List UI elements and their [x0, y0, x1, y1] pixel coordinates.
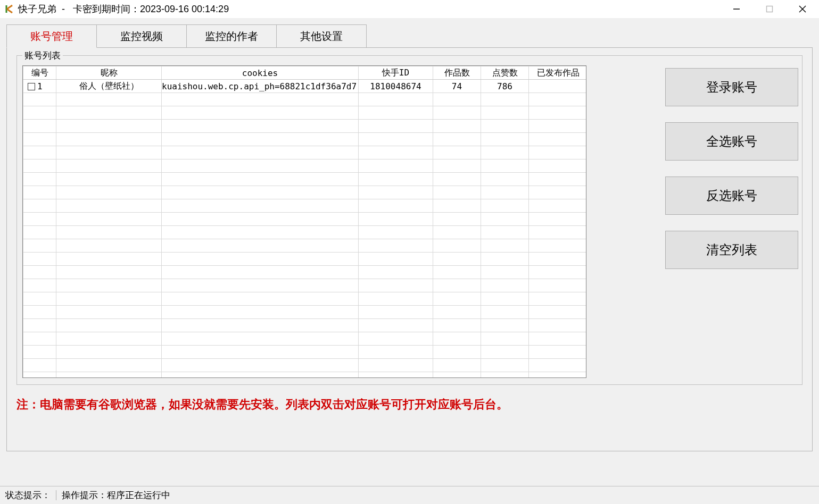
table-row[interactable]: [23, 93, 587, 106]
minimize-button[interactable]: [720, 0, 753, 18]
close-button[interactable]: [786, 0, 819, 18]
table-row[interactable]: [23, 292, 587, 306]
col-published[interactable]: 已发布作品: [529, 66, 587, 80]
cell-published: [529, 80, 587, 93]
status-hint: 操作提示： 程序正在运行中: [56, 486, 176, 504]
col-likes[interactable]: 点赞数: [481, 66, 529, 80]
cell-ksid: 1810048674: [359, 80, 433, 93]
note-text: 注：电脑需要有谷歌浏览器，如果没就需要先安装。列表内双击对应账号可打开对应账号后…: [16, 397, 803, 413]
client-area: 账号管理 监控视频 监控的作者 其他设置 账号列表: [0, 18, 819, 486]
table-row[interactable]: [23, 306, 587, 319]
table-row[interactable]: [23, 186, 587, 199]
window-title: 快子兄弟 - 卡密到期时间：2023-09-16 00:14:29: [18, 3, 229, 15]
table-row[interactable]: [23, 239, 587, 253]
col-ksid[interactable]: 快手ID: [359, 66, 433, 80]
table-row[interactable]: [23, 120, 587, 133]
select-all-button[interactable]: 全选账号: [665, 122, 798, 161]
tab-other-settings[interactable]: 其他设置: [276, 24, 367, 48]
table-row[interactable]: [23, 213, 587, 226]
account-table[interactable]: 编号 昵称 cookies 快手ID 作品数 点赞数 已发布作品 1俗人（壁纸社…: [22, 65, 586, 378]
cell-cookies: kuaishou.web.cp.api_ph=68821c1df36a7d7..…: [162, 80, 359, 93]
cell-likes: 786: [481, 80, 529, 93]
side-buttons: 登录账号 全选账号 反选账号 清空列表: [665, 68, 798, 269]
invert-select-button[interactable]: 反选账号: [665, 177, 798, 215]
status-hint-label: 操作提示：: [62, 489, 107, 501]
tab-label: 监控视频: [120, 29, 163, 44]
cell-id[interactable]: 1: [23, 80, 56, 93]
table-row[interactable]: [23, 253, 587, 266]
app-icon: [4, 4, 15, 14]
table-row[interactable]: [23, 359, 587, 372]
table-row[interactable]: [23, 346, 587, 359]
table-row[interactable]: [23, 279, 587, 292]
table-row[interactable]: [23, 266, 587, 279]
clear-list-button[interactable]: 清空列表: [665, 231, 798, 269]
table-row[interactable]: [23, 106, 587, 120]
tab-panel: 账号列表 编号 昵称: [6, 47, 813, 451]
groupbox-title: 账号列表: [22, 49, 63, 62]
tab-monitor-video[interactable]: 监控视频: [96, 24, 187, 48]
tab-label: 账号管理: [30, 29, 73, 44]
title-bar: 快子兄弟 - 卡密到期时间：2023-09-16 00:14:29: [0, 0, 819, 18]
cell-works: 74: [433, 80, 481, 93]
maximize-button[interactable]: [753, 0, 786, 18]
table-row[interactable]: [23, 226, 587, 239]
tab-label: 监控的作者: [205, 29, 258, 44]
tab-account-manage[interactable]: 账号管理: [6, 24, 97, 48]
col-id[interactable]: 编号: [23, 66, 56, 80]
tab-label: 其他设置: [300, 29, 343, 44]
table-row[interactable]: [23, 133, 587, 146]
row-checkbox[interactable]: [28, 83, 35, 90]
tab-monitor-author[interactable]: 监控的作者: [186, 24, 277, 48]
col-nickname[interactable]: 昵称: [56, 66, 162, 80]
col-works[interactable]: 作品数: [433, 66, 481, 80]
status-label: 状态提示：: [0, 486, 56, 504]
table-row[interactable]: [23, 146, 587, 159]
svg-rect-1: [767, 6, 773, 12]
login-account-button[interactable]: 登录账号: [665, 68, 798, 106]
table-row[interactable]: [23, 199, 587, 213]
status-hint-value: 程序正在运行中: [107, 489, 170, 501]
table-row[interactable]: 1俗人（壁纸社）kuaishou.web.cp.api_ph=68821c1df…: [23, 80, 587, 93]
table-row[interactable]: [23, 319, 587, 332]
table-row[interactable]: [23, 332, 587, 346]
table-row[interactable]: [23, 159, 587, 173]
table-row[interactable]: [23, 372, 587, 379]
table-header-row: 编号 昵称 cookies 快手ID 作品数 点赞数 已发布作品: [23, 66, 587, 80]
cell-nickname: 俗人（壁纸社）: [56, 80, 162, 93]
tab-strip: 账号管理 监控视频 监控的作者 其他设置: [6, 24, 813, 48]
status-bar: 状态提示： 操作提示： 程序正在运行中: [0, 486, 819, 504]
col-cookies[interactable]: cookies: [162, 66, 359, 80]
table-row[interactable]: [23, 173, 587, 186]
window-controls: [720, 0, 819, 18]
